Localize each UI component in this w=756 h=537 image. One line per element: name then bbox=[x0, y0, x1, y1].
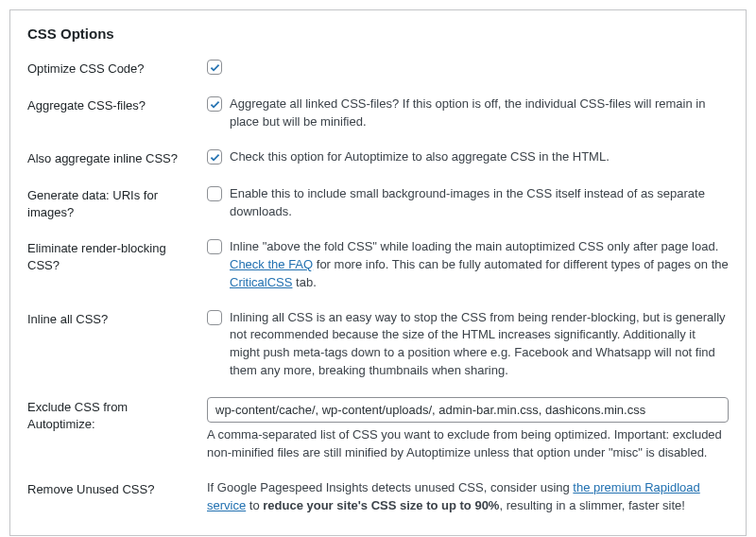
link-criticalcss[interactable]: CriticalCSS bbox=[230, 275, 292, 289]
checkbox-data-uris[interactable] bbox=[207, 186, 222, 201]
checkbox-aggregate-inline-css[interactable] bbox=[207, 149, 222, 165]
label-optimize-css: Optimize CSS Code? bbox=[27, 59, 207, 78]
label-inline-all: Inline all CSS? bbox=[27, 309, 207, 328]
label-remove-unused: Remove Unused CSS? bbox=[27, 479, 207, 498]
input-exclude-css[interactable] bbox=[207, 397, 729, 423]
label-data-uris: Generate data: URIs for images? bbox=[27, 185, 207, 220]
check-icon bbox=[209, 98, 221, 111]
label-render-blocking: Eliminate render-blocking CSS? bbox=[27, 238, 207, 273]
desc-aggregate-css: Aggregate all linked CSS-files? If this … bbox=[230, 95, 729, 131]
label-aggregate-css: Aggregate CSS-files? bbox=[27, 95, 207, 114]
desc-aggregate-inline-css: Check this option for Autoptimize to als… bbox=[230, 148, 729, 166]
row-render-blocking: Eliminate render-blocking CSS? Inline "a… bbox=[27, 238, 729, 292]
css-options-panel: CSS Options Optimize CSS Code? Aggregate… bbox=[9, 9, 747, 536]
row-remove-unused: Remove Unused CSS? If Google Pagespeed I… bbox=[27, 479, 729, 515]
row-exclude-css: Exclude CSS from Autoptimize: A comma-se… bbox=[27, 397, 729, 462]
desc-data-uris: Enable this to include small background-… bbox=[230, 185, 729, 221]
check-icon bbox=[209, 151, 221, 164]
desc-remove-unused: If Google Pagespeed Insights detects unu… bbox=[207, 479, 729, 515]
link-check-faq[interactable]: Check the FAQ bbox=[230, 257, 313, 271]
helper-exclude-css: A comma-separated list of CSS you want t… bbox=[207, 426, 729, 462]
check-icon bbox=[209, 61, 221, 74]
row-data-uris: Generate data: URIs for images? Enable t… bbox=[27, 185, 729, 221]
row-optimize-css: Optimize CSS Code? bbox=[27, 59, 729, 78]
checkbox-optimize-css[interactable] bbox=[207, 60, 222, 75]
checkbox-aggregate-css[interactable] bbox=[207, 96, 222, 112]
row-inline-all: Inline all CSS? Inlining all CSS is an e… bbox=[27, 309, 729, 380]
checkbox-inline-all[interactable] bbox=[207, 310, 222, 325]
desc-inline-all: Inlining all CSS is an easy way to stop … bbox=[230, 309, 729, 380]
desc-render-blocking: Inline "above the fold CSS" while loadin… bbox=[230, 238, 729, 292]
label-aggregate-inline-css: Also aggregate inline CSS? bbox=[27, 148, 207, 167]
row-aggregate-css: Aggregate CSS-files? Aggregate all linke… bbox=[27, 95, 729, 131]
row-aggregate-inline-css: Also aggregate inline CSS? Check this op… bbox=[27, 148, 729, 168]
label-exclude-css: Exclude CSS from Autoptimize: bbox=[27, 397, 207, 432]
panel-title: CSS Options bbox=[27, 26, 729, 42]
checkbox-render-blocking[interactable] bbox=[207, 239, 222, 254]
